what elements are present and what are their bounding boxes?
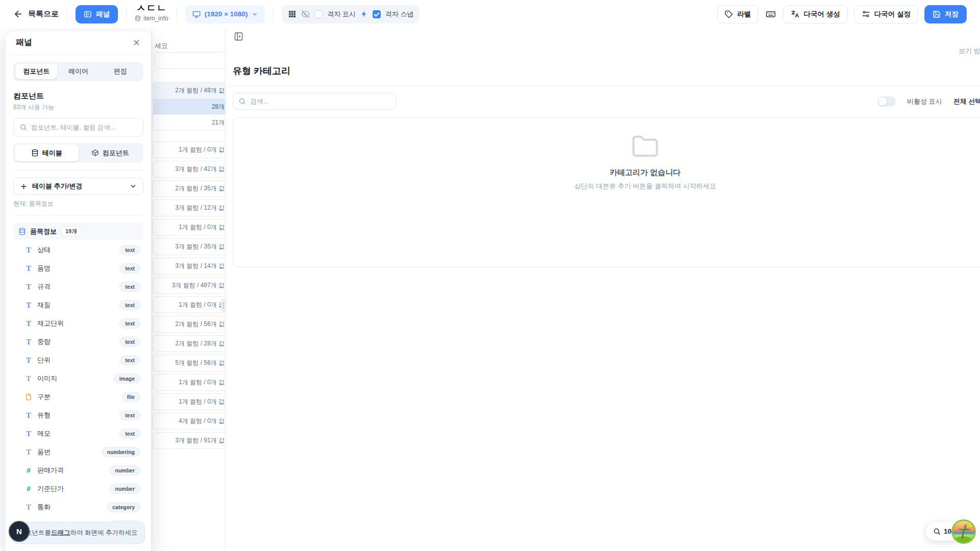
field-row[interactable]: T 품번 numbering xyxy=(13,443,143,461)
mode-component-button[interactable]: 컴포넌트 xyxy=(79,144,142,161)
table-card-header[interactable]: 품목정보 19개 xyxy=(13,223,143,240)
design-canvas: 보기 방식 유형 카테고리 비활성 표시 전체 선택 전 카테고리가 없습니다 … xyxy=(225,28,980,551)
label-button[interactable]: 라벨 xyxy=(717,5,758,23)
field-label: 통화 xyxy=(37,503,51,512)
background-list-row[interactable]: 1개 컬럼 / 0개 값 xyxy=(153,374,225,390)
panel-tab-2[interactable]: 편집 xyxy=(100,64,141,79)
text-icon: T xyxy=(24,264,33,273)
database-icon xyxy=(135,15,141,21)
field-list: T 상태 text T 품명 text T 규격 text T 재질 text … xyxy=(13,241,143,535)
background-search-box[interactable] xyxy=(155,52,225,69)
category-search[interactable] xyxy=(233,93,396,110)
text-icon: T xyxy=(24,411,33,420)
empty-state-card: 카테고리가 없습니다 상단의 대분류 추가 버튼을 클릭하여 시작하세요 xyxy=(233,117,980,267)
field-label: 메모 xyxy=(37,429,51,438)
background-table-card: 1개 컬럼 / 0개 값 xyxy=(153,219,225,236)
background-list-row[interactable]: 2개 컬럼 / 56개 값 xyxy=(153,316,225,332)
inactive-toggle[interactable] xyxy=(877,96,896,107)
back-to-list-button[interactable]: 목록으로 xyxy=(13,9,59,19)
sidebar-resize-handle[interactable] xyxy=(221,299,226,312)
field-row[interactable]: T 유형 text xyxy=(13,406,143,424)
field-type-badge: text xyxy=(119,337,140,347)
background-list-row[interactable]: 1개 컬럼 / 0개 값 xyxy=(153,297,225,313)
field-row[interactable]: # 판매가격 number xyxy=(13,461,143,480)
background-table-card: 3개 컬럼 / 497개 값 xyxy=(153,277,225,294)
arrow-left-icon xyxy=(13,9,23,19)
background-list-row[interactable]: 3개 컬럼 / 12개 값 xyxy=(153,200,225,216)
background-list-row[interactable]: 28개 xyxy=(153,98,225,114)
save-icon xyxy=(933,10,941,18)
island-avatar-badge[interactable] xyxy=(951,519,976,544)
background-list-row[interactable]: 3개 컬럼 / 14개 값 xyxy=(153,258,225,274)
field-row[interactable]: 구분 file xyxy=(13,388,143,406)
field-row[interactable]: T 단위 text xyxy=(13,351,143,369)
panel-left-icon xyxy=(84,10,92,18)
field-row[interactable]: T 메모 text xyxy=(13,424,143,443)
resolution-selector[interactable]: (980 × 551) xyxy=(185,5,265,23)
text-icon: T xyxy=(24,503,33,512)
field-row[interactable]: # 기준단가 number xyxy=(13,480,143,498)
background-list-row[interactable]: 3개 컬럼 / 42개 값 xyxy=(153,161,225,177)
field-row[interactable]: T 규격 text xyxy=(13,278,143,296)
close-icon[interactable] xyxy=(132,38,141,47)
field-label: 기준단가 xyxy=(37,484,64,493)
text-icon: T xyxy=(24,374,33,383)
collapse-sidebar-button[interactable] xyxy=(234,32,243,41)
plus-icon xyxy=(20,183,28,190)
background-table-list: 세요 2개 컬럼 / 49개 값28개21개1개 컬럼 / 0개 값3개 컬럼 … xyxy=(152,28,225,551)
background-list-row[interactable]: 1개 컬럼 / 0개 값 xyxy=(153,142,225,158)
divider xyxy=(67,7,67,21)
background-list-row[interactable]: 2개 컬럼 / 49개 값 xyxy=(153,83,225,98)
settings-sliders-icon xyxy=(862,10,870,18)
field-row[interactable]: T 상태 text xyxy=(13,241,143,259)
tag-icon xyxy=(725,10,733,18)
background-table-card: 2개 컬럼 / 28개 값 xyxy=(153,335,225,352)
background-table-card: 3개 컬럼 / 12개 값 xyxy=(153,199,225,216)
background-list-row[interactable]: 2개 컬럼 / 35개 값 xyxy=(153,181,225,196)
background-list-row[interactable]: 5개 컬럼 / 56개 값 xyxy=(153,355,225,371)
background-list-row[interactable]: 21개 xyxy=(153,114,225,130)
mode-component-label: 컴포넌트 xyxy=(103,148,129,158)
panel-toggle-button[interactable]: 패널 xyxy=(76,5,118,23)
hash-icon: # xyxy=(24,485,33,493)
select-all-button[interactable]: 전체 선택 xyxy=(953,97,980,106)
background-list-row[interactable]: 3개 컬럼 / 497개 값 xyxy=(153,278,225,293)
field-row[interactable]: T 재질 text xyxy=(13,296,143,314)
category-search-input[interactable] xyxy=(250,97,390,105)
panel-tab-1[interactable]: 레이어 xyxy=(57,64,99,79)
file-icon xyxy=(24,393,33,400)
app-title-block: ㅅㄷㄴ item_info xyxy=(135,3,168,22)
panel-tab-0[interactable]: 컴포넌트 xyxy=(15,64,57,79)
search-icon xyxy=(238,97,246,105)
panel-title: 패널 xyxy=(16,37,32,48)
keyboard-shortcuts-button[interactable] xyxy=(765,9,777,19)
background-list-row[interactable]: 4개 컬럼 / 0개 값 xyxy=(153,413,225,429)
panel-search[interactable] xyxy=(13,118,143,137)
database-icon xyxy=(31,149,39,157)
background-text-fragment: 세요 xyxy=(155,41,168,51)
background-list-row[interactable]: 1개 컬럼 / 0개 값 xyxy=(153,219,225,235)
i18n-generate-button[interactable]: 다국어 생성 xyxy=(783,5,847,23)
background-list-row[interactable]: 3개 컬럼 / 91개 값 xyxy=(153,433,225,448)
field-row[interactable]: T 이미지 image xyxy=(13,369,143,388)
hint-bold: 드래그 xyxy=(51,529,70,537)
palm-tree-icon xyxy=(953,521,974,542)
background-list-row[interactable]: 2개 컬럼 / 28개 값 xyxy=(153,336,225,352)
panel-button-label: 패널 xyxy=(96,10,110,19)
grid-snap-checkbox[interactable] xyxy=(373,10,381,18)
field-label: 재고단위 xyxy=(37,319,64,328)
grid-show-checkbox[interactable] xyxy=(314,10,323,18)
field-row[interactable]: T 재고단위 text xyxy=(13,314,143,333)
field-row[interactable]: T 중량 text xyxy=(13,333,143,351)
add-table-dropdown[interactable]: 테이블 추가/변경 xyxy=(13,178,143,195)
topbar: 목록으로 패널 ㅅㄷㄴ item_info (980 × 551) 격자 표… xyxy=(0,0,980,28)
divider xyxy=(273,7,274,21)
mode-table-button[interactable]: 테이블 xyxy=(15,144,79,161)
field-row[interactable]: T 통화 category xyxy=(13,498,143,516)
background-list-row[interactable]: 3개 컬럼 / 35개 값 xyxy=(153,239,225,255)
i18n-settings-button[interactable]: 다국어 설정 xyxy=(854,5,918,23)
field-row[interactable]: T 품명 text xyxy=(13,259,143,278)
panel-search-input[interactable] xyxy=(31,124,137,131)
background-list-row[interactable]: 1개 컬럼 / 0개 값 xyxy=(153,394,225,410)
save-button[interactable]: 저장 xyxy=(924,5,967,23)
